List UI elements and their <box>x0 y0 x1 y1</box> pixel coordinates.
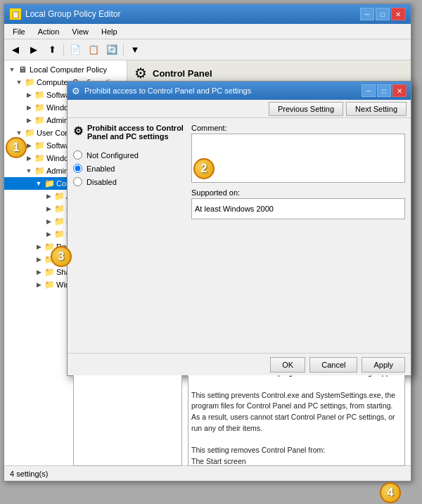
expand-arrow[interactable]: ▶ <box>34 267 44 277</box>
badge-4: 4 <box>380 482 401 503</box>
expand-arrow[interactable]: ▶ <box>24 103 34 112</box>
badge-3: 3 <box>51 246 72 267</box>
folder-icon: 📁 <box>34 153 45 164</box>
expand-arrow[interactable]: ▶ <box>34 242 44 252</box>
folder-icon: 📁 <box>44 178 55 189</box>
expand-arrow[interactable]: ▶ <box>34 280 44 290</box>
next-setting-button[interactable]: Next Setting <box>346 102 407 116</box>
inner-dialog-icon: ⚙ <box>72 86 80 96</box>
computer-icon: 🖥 <box>17 64 28 75</box>
folder-icon: 📁 <box>34 89 45 101</box>
comment-label: Comment: <box>191 124 405 132</box>
up-button[interactable]: ⬆ <box>44 41 60 58</box>
menu-action[interactable]: Action <box>32 26 65 37</box>
radio-not-configured[interactable]: Not Configured <box>73 150 186 160</box>
folder-icon: 📁 <box>34 102 45 113</box>
prev-setting-button[interactable]: Previous Setting <box>269 102 343 116</box>
cancel-button[interactable]: Cancel <box>309 357 357 373</box>
expand-arrow[interactable]: ▶ <box>34 254 44 264</box>
expand-arrow[interactable]: ▼ <box>14 77 24 87</box>
radio-enabled[interactable]: Enabled <box>73 164 186 173</box>
folder-icon: 📁 <box>53 228 65 240</box>
folder-icon: 📁 <box>34 115 45 126</box>
folder-icon: 📁 <box>53 190 65 202</box>
help-text: Disables all Control Panel programs and … <box>191 368 395 466</box>
dialog-left: ⚙ Prohibit access to Control Panel and P… <box>73 124 186 347</box>
folder-icon: 📁 <box>34 165 45 176</box>
menu-view[interactable]: View <box>66 26 94 37</box>
maximize-button[interactable]: □ <box>376 8 390 20</box>
expand-arrow[interactable]: ▼ <box>34 179 44 188</box>
folder-icon: 📁 <box>53 203 65 214</box>
radio-group: Not Configured Enabled Disabled <box>73 148 186 189</box>
inner-title-bar: ⚙ Prohibit access to Control Panel and P… <box>68 82 411 100</box>
options-box <box>73 364 182 466</box>
app-title: Local Group Policy Editor <box>25 9 120 19</box>
inner-dialog: ⚙ Prohibit access to Control Panel and P… <box>67 81 411 376</box>
inner-minimize-button[interactable]: ─ <box>362 84 376 97</box>
expand-arrow[interactable]: ▶ <box>24 115 34 125</box>
menu-help[interactable]: Help <box>96 26 123 37</box>
expand-arrow[interactable]: ▶ <box>44 229 53 239</box>
folder-icon: 📁 <box>24 77 35 88</box>
help-box: Disables all Control Panel programs and … <box>188 364 405 466</box>
menu-file[interactable]: File <box>7 26 31 37</box>
expand-arrow[interactable]: ▶ <box>44 204 53 214</box>
title-bar: 📋 Local Group Policy Editor ─ □ ✕ <box>4 4 411 24</box>
folder-icon: 📁 <box>24 127 35 138</box>
ok-button[interactable]: OK <box>270 357 305 373</box>
show-hide-button[interactable]: 📄 <box>67 41 84 58</box>
folder-icon: 📁 <box>44 279 55 290</box>
folder-icon: 📁 <box>34 140 45 151</box>
radio-disabled[interactable]: Disabled <box>73 177 186 186</box>
dialog-toolbar: Previous Setting Next Setting <box>68 100 411 118</box>
toolbar: ◀ ▶ ⬆ 📄 📋 🔄 ▼ <box>4 39 411 60</box>
expand-arrow[interactable]: ▼ <box>7 65 17 75</box>
close-button[interactable]: ✕ <box>391 8 405 20</box>
tree-item-local-computer-policy[interactable]: ▼ 🖥 Local Computer Policy <box>4 63 127 76</box>
inner-dialog-title: Prohibit access to Control Panel and PC … <box>84 86 251 95</box>
badge-2: 2 <box>193 158 215 179</box>
badge-1: 1 <box>6 137 27 158</box>
folder-icon: 📁 <box>53 216 65 227</box>
cp-header-title: Control Panel <box>153 68 212 79</box>
expand-arrow[interactable]: ▶ <box>24 153 34 163</box>
expand-arrow[interactable]: ▶ <box>44 191 53 201</box>
expand-arrow[interactable]: ▼ <box>14 128 24 138</box>
filter-button[interactable]: ▼ <box>127 41 143 58</box>
dialog-right: Comment: Supported on: At least Windows … <box>191 124 405 347</box>
supported-value: At least Windows 2000 <box>191 198 405 219</box>
policy-icon: ⚙ <box>73 124 83 138</box>
refresh-button[interactable]: 🔄 <box>103 41 120 58</box>
comment-input[interactable] <box>191 134 405 183</box>
properties-button[interactable]: 📋 <box>85 41 102 58</box>
expand-arrow[interactable]: ▶ <box>24 90 34 100</box>
folder-icon: 📁 <box>44 266 55 278</box>
menu-bar: File Action View Help <box>4 24 411 39</box>
dialog-policy-title: ⚙ Prohibit access to Control Panel and P… <box>73 124 186 141</box>
expand-arrow[interactable]: ▶ <box>44 217 53 226</box>
back-button[interactable]: ◀ <box>7 41 24 58</box>
app-icon: 📋 <box>10 8 21 20</box>
inner-maximize-button[interactable]: □ <box>377 84 391 97</box>
forward-button[interactable]: ▶ <box>25 41 42 58</box>
dialog-content: ⚙ Prohibit access to Control Panel and P… <box>68 118 411 353</box>
dialog-footer: OK Cancel Apply <box>68 353 411 375</box>
minimize-button[interactable]: ─ <box>360 8 374 20</box>
supported-label: Supported on: <box>191 188 405 197</box>
cp-header-icon: ⚙ <box>134 65 147 82</box>
status-text: 4 setting(s) <box>10 470 48 478</box>
expand-arrow[interactable]: ▼ <box>24 166 34 176</box>
apply-button[interactable]: Apply <box>362 357 405 373</box>
inner-close-button[interactable]: ✕ <box>392 84 407 97</box>
